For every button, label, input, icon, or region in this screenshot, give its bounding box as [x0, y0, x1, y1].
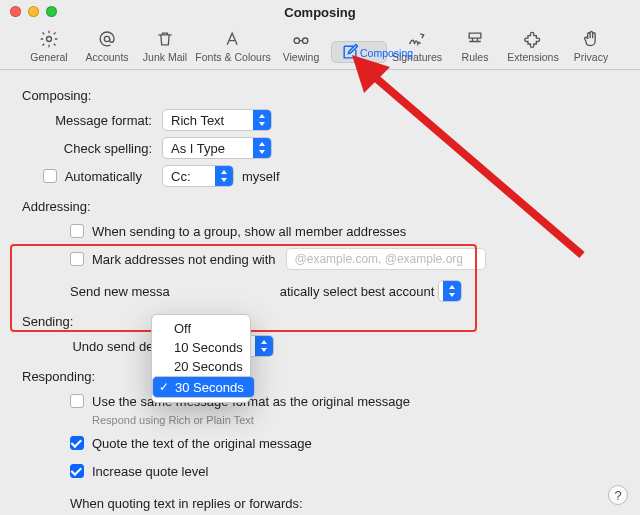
trash-icon — [137, 28, 193, 50]
tab-label: Privacy — [563, 51, 619, 63]
titlebar: Composing — [0, 0, 640, 24]
tab-label: General — [21, 51, 77, 63]
check-spelling-label: Check spelling: — [30, 141, 162, 156]
cc-value: Cc: — [171, 169, 191, 184]
chevrons-icon — [443, 281, 461, 301]
check-spelling-value: As I Type — [171, 141, 225, 156]
tab-composing[interactable]: Composing — [331, 41, 387, 63]
increase-quote-checkbox[interactable] — [70, 464, 84, 478]
send-from-label-left: Send new messa — [70, 284, 170, 299]
svg-point-0 — [47, 37, 52, 42]
cc-bcc-select[interactable]: Cc: — [162, 165, 234, 187]
myself-label: myself — [242, 169, 280, 184]
help-button[interactable]: ? — [608, 485, 628, 505]
zoom-window-button[interactable] — [46, 6, 57, 17]
tab-junk-mail[interactable]: Junk Mail — [137, 26, 193, 63]
prefs-toolbar: General Accounts Junk Mail Fonts & Colou… — [0, 24, 640, 70]
menu-item-30s[interactable]: 30 Seconds — [152, 376, 255, 398]
mark-addresses-checkbox[interactable] — [70, 252, 84, 266]
chevrons-icon — [215, 166, 233, 186]
tab-label: Junk Mail — [137, 51, 193, 63]
hand-icon — [563, 28, 619, 50]
check-spelling-select[interactable]: As I Type — [162, 137, 272, 159]
section-header-sending: Sending: — [22, 314, 610, 329]
same-format-checkbox[interactable] — [70, 394, 84, 408]
chevrons-icon — [255, 336, 273, 356]
mark-addresses-field[interactable]: @example.com, @example.org — [286, 248, 486, 270]
automatically-cc-checkbox[interactable] — [43, 169, 57, 183]
svg-point-1 — [104, 36, 109, 41]
tab-viewing[interactable]: Viewing — [273, 26, 329, 63]
close-window-button[interactable] — [10, 6, 21, 17]
section-header-addressing: Addressing: — [22, 199, 610, 214]
content: Composing: Message format: Rich Text Che… — [0, 70, 640, 515]
compose-icon — [340, 41, 360, 63]
group-addresses-checkbox[interactable] — [70, 224, 84, 238]
tab-rules[interactable]: Rules — [447, 26, 503, 63]
undo-send-menu[interactable]: Off 10 Seconds 20 Seconds 30 Seconds — [151, 314, 251, 403]
tab-label: Accounts — [79, 51, 135, 63]
tab-label: Rules — [447, 51, 503, 63]
menu-item-10s[interactable]: 10 Seconds — [152, 338, 250, 357]
puzzle-icon — [505, 28, 561, 50]
window-title: Composing — [284, 5, 356, 20]
when-quoting-label: When quoting text in replies or forwards… — [70, 496, 303, 511]
section-header-composing: Composing: — [22, 88, 610, 103]
gear-icon — [21, 28, 77, 50]
message-format-value: Rich Text — [171, 113, 224, 128]
minimize-window-button[interactable] — [28, 6, 39, 17]
tab-fonts-colours[interactable]: Fonts & Colours — [195, 26, 271, 63]
group-addresses-label: When sending to a group, show all member… — [92, 224, 406, 239]
automatically-label: Automatically — [65, 169, 142, 184]
message-format-select[interactable]: Rich Text — [162, 109, 272, 131]
tab-general[interactable]: General — [21, 26, 77, 63]
chevrons-icon — [253, 138, 271, 158]
tab-extensions[interactable]: Extensions — [505, 26, 561, 63]
send-from-select[interactable] — [438, 280, 462, 302]
send-from-label-right: atically select best account — [280, 284, 435, 299]
svg-point-3 — [303, 38, 308, 43]
window-controls — [10, 6, 57, 17]
quote-text-label: Quote the text of the original message — [92, 436, 312, 451]
increase-quote-label: Increase quote level — [92, 464, 208, 479]
quote-text-checkbox[interactable] — [70, 436, 84, 450]
svg-point-2 — [294, 38, 299, 43]
message-format-label: Message format: — [30, 113, 162, 128]
tab-label: Viewing — [273, 51, 329, 63]
tab-label: Composing — [360, 47, 413, 59]
at-sign-icon — [79, 28, 135, 50]
same-format-note: Respond using Rich or Plain Text — [30, 414, 610, 426]
tab-privacy[interactable]: Privacy — [563, 26, 619, 63]
chevrons-icon — [253, 110, 271, 130]
tab-label: Fonts & Colours — [195, 51, 271, 63]
section-header-responding: Responding: — [22, 369, 610, 384]
rules-icon — [447, 28, 503, 50]
menu-item-off[interactable]: Off — [152, 319, 250, 338]
font-icon — [195, 28, 271, 50]
tab-accounts[interactable]: Accounts — [79, 26, 135, 63]
glasses-icon — [273, 28, 329, 50]
tab-label: Extensions — [505, 51, 561, 63]
mark-addresses-label: Mark addresses not ending with — [92, 252, 276, 267]
menu-item-20s[interactable]: 20 Seconds — [152, 357, 250, 376]
